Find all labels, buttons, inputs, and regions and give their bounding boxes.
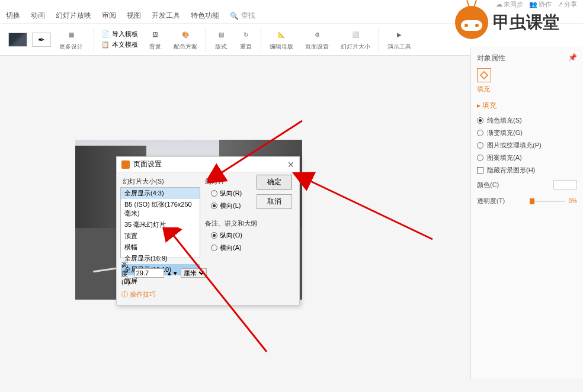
tips-link[interactable]: ⓘ 操作技巧 <box>120 288 200 301</box>
size-option-b5[interactable]: B5 (ISO) 纸张(176x250 毫米) <box>121 199 200 219</box>
color-label: 颜色(C) <box>477 181 499 189</box>
search-box[interactable]: 🔍 查找 <box>230 11 255 21</box>
brand-logo: 甲虫课堂 <box>455 6 559 39</box>
grid-icon: ▦ <box>65 28 78 41</box>
reset-icon: ↻ <box>239 28 252 41</box>
ok-button[interactable]: 确定 <box>257 175 292 189</box>
master-icon: 📐 <box>275 28 288 41</box>
fill-gradient-radio[interactable]: 渐变填充(G) <box>477 127 577 139</box>
size-icon: ⬜ <box>349 28 362 41</box>
opacity-value: 0% <box>569 198 577 204</box>
properties-panel: 对象属性 📌 填充 ▸ 填充 纯色填充(S) 渐变填充(G) 图片或纹理填充(P… <box>470 47 583 379</box>
fill-tab-label: 填充 <box>477 85 577 94</box>
menu-animation[interactable]: 动画 <box>31 11 45 21</box>
color-scheme-button[interactable]: 🎨 配色方案 <box>170 27 201 52</box>
fill-solid-radio[interactable]: 纯色填充(S) <box>477 114 577 127</box>
svg-line-1 <box>308 180 433 239</box>
page-setup-button[interactable]: ⚙ 页面设置 <box>302 27 332 52</box>
color-picker[interactable] <box>553 180 577 189</box>
size-option-4-3[interactable]: 全屏显示(4:3) <box>121 188 200 199</box>
menu-view[interactable]: 视图 <box>127 11 141 21</box>
reset-button[interactable]: ↻ 重置 <box>236 27 256 52</box>
background-icon: 🖼 <box>149 28 162 41</box>
edit-master-button[interactable]: 📐 编辑母版 <box>266 27 297 52</box>
dialog-close-button[interactable]: ✕ <box>287 160 294 169</box>
panel-title-text: 对象属性 <box>477 53 505 63</box>
height-input[interactable] <box>134 268 164 278</box>
menu-slideshow[interactable]: 幻灯片放映 <box>56 11 91 21</box>
size-option-overhead[interactable]: 顶置 <box>121 230 200 242</box>
divider <box>261 28 261 52</box>
dialog-icon <box>121 160 130 169</box>
fill-pattern-radio[interactable]: 图案填充(A) <box>477 152 577 164</box>
cancel-button[interactable]: 取消 <box>257 194 292 209</box>
import-template-button[interactable]: 📄导入模板 <box>99 29 140 39</box>
present-icon: ▶ <box>393 28 406 41</box>
layout-icon: ▤ <box>214 28 228 41</box>
menu-review[interactable]: 审阅 <box>102 11 116 21</box>
fill-section-title: ▸ 填充 <box>477 101 577 111</box>
thumbnail-1[interactable] <box>8 33 27 47</box>
share-button[interactable]: ↗ 分享 <box>558 0 577 9</box>
menu-switch[interactable]: 切换 <box>6 11 20 21</box>
format-button[interactable]: ▤ 版式 <box>211 27 231 52</box>
height-unit-select[interactable]: 厘米 <box>181 268 207 278</box>
divider <box>206 28 206 52</box>
size-option-35mm[interactable]: 35 毫米幻灯片 <box>121 219 200 230</box>
thumbnail-2[interactable]: ✒ <box>32 33 51 47</box>
fill-tab-icon[interactable] <box>477 68 491 82</box>
menu-special[interactable]: 特色功能 <box>191 11 219 21</box>
slide-size-button[interactable]: ⬜ 幻灯片大小 <box>337 27 374 52</box>
brand-text: 甲虫课堂 <box>493 11 559 34</box>
template-icon: 📋 <box>101 41 110 49</box>
pin-icon[interactable]: 📌 <box>568 53 577 63</box>
dialog-title-text: 页面设置 <box>133 159 162 169</box>
opacity-label: 透明度(T) <box>477 197 505 205</box>
height-label: 高度(E): <box>121 261 132 285</box>
this-template-button[interactable]: 📋本文模板 <box>99 40 140 50</box>
present-tools-button[interactable]: ▶ 演示工具 <box>384 27 415 52</box>
fill-texture-radio[interactable]: 图片或纹理填充(P) <box>477 139 577 152</box>
orientation-notes-title: 备注、讲义和大纲 <box>205 218 296 229</box>
background-button[interactable]: 🖼 背景 <box>145 27 165 52</box>
size-option-banner[interactable]: 横幅 <box>121 242 200 253</box>
hide-bg-checkbox[interactable]: 隐藏背景图形(H) <box>477 164 577 176</box>
page-setup-dialog: 页面设置 ✕ 幻灯片大小(S) 全屏显示(4:3) B5 (ISO) 纸张(17… <box>116 156 300 306</box>
page-setup-icon: ⚙ <box>310 28 323 41</box>
orient-notes-landscape-radio[interactable]: 横向(A) <box>205 242 296 254</box>
info-icon: ⓘ <box>121 290 128 299</box>
divider <box>379 28 379 52</box>
menu-dev[interactable]: 开发工具 <box>152 11 180 21</box>
orient-notes-portrait-radio[interactable]: 纵向(O) <box>205 229 296 242</box>
thumbnail-strip: ✒ ▦ 更多设计 <box>6 25 89 54</box>
palette-icon: 🎨 <box>179 28 192 41</box>
divider <box>94 28 94 52</box>
import-icon: 📄 <box>101 30 110 38</box>
opacity-slider[interactable] <box>530 201 565 202</box>
size-label: 幻灯片大小(S) <box>120 176 200 187</box>
more-design-button[interactable]: ▦ 更多设计 <box>56 27 87 52</box>
size-dropdown-list[interactable]: 全屏显示(4:3) B5 (ISO) 纸张(176x250 毫米) 35 毫米幻… <box>120 187 200 258</box>
